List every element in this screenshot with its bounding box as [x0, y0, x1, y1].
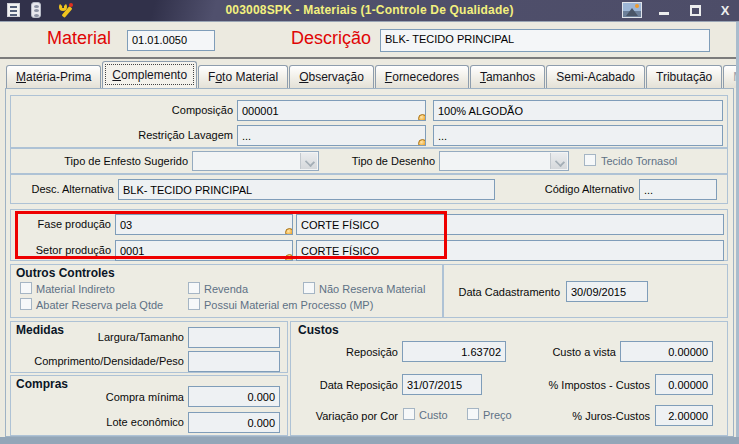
fase-producao-code-field[interactable]: 03 [115, 214, 293, 235]
variacao-preco-checkbox[interactable] [467, 408, 479, 420]
maximize-icon[interactable] [684, 2, 706, 19]
impostos-custos-field[interactable]: 0.00000 [655, 374, 713, 395]
material-indireto-checkbox[interactable] [20, 282, 32, 294]
tab-accesskey: M [16, 70, 26, 84]
minimize-icon[interactable] [653, 2, 675, 19]
desc-alternativa-label: Desc. Alternativa [15, 183, 114, 195]
variacao-custo-label: Custo [419, 409, 448, 421]
desc-alternativa-field[interactable]: BLK- TECIDO PRINCIPAL [118, 179, 495, 200]
tipo-enfesto-select[interactable] [192, 151, 319, 171]
tab-tamanhos[interactable]: Tamanhos [470, 65, 545, 88]
reposicao-label: Reposição [298, 346, 398, 358]
tab-foto-material[interactable]: Foto Material [198, 65, 288, 88]
tab-label: to Material [222, 70, 278, 84]
custos-title: Custos [298, 323, 339, 337]
compra-minima-label: Compra mínima [60, 391, 184, 403]
revenda-checkbox[interactable] [188, 282, 200, 294]
restricao-lavagem-desc-field[interactable]: ... [433, 125, 723, 146]
variacao-custo-checkbox[interactable] [403, 408, 415, 420]
tipo-desenho-select[interactable] [439, 151, 569, 171]
descricao-label: Descrição [291, 28, 371, 49]
tabstrip: Matéria-Prima Complemento Foto Material … [6, 61, 739, 88]
custo-a-vista-field[interactable]: 0.00000 [620, 341, 713, 362]
data-reposicao-field[interactable]: 31/07/2015 [402, 374, 482, 395]
possui-material-processo-label: Possui Material em Processo (MP) [204, 299, 373, 311]
abater-reserva-checkbox[interactable] [20, 298, 32, 310]
variacao-preco-label: Preço [483, 409, 512, 421]
titlebar: 003008SPK - Materiais (1-Controle De Qua… [0, 0, 739, 22]
tecido-tornasol-label: Tecido Tornasol [601, 155, 677, 167]
tab-semi-acabado[interactable]: Semi-Acabado [546, 65, 645, 88]
fase-producao-desc-field[interactable]: CORTE FÍSICO [296, 214, 724, 235]
juros-custos-field[interactable]: 2.00000 [655, 405, 713, 426]
custo-a-vista-label: Custo a vista [516, 346, 616, 358]
data-cadastramento-field[interactable]: 30/09/2015 [566, 281, 648, 302]
lote-economico-label: Lote econômico [60, 416, 184, 428]
tab-label: atéria-Prima [26, 70, 91, 84]
composicao-code-field[interactable]: 000001 [237, 100, 426, 121]
restricao-lavagem-label: Restrição Lavagem [33, 129, 233, 141]
setor-producao-desc-field[interactable]: CORTE FÍSICO [296, 240, 724, 261]
setor-producao-label: Setor produção [13, 244, 111, 256]
tab-label: Semi-Acabado [556, 70, 635, 84]
close-icon[interactable]: X [714, 2, 736, 19]
compras-title: Compras [16, 377, 68, 391]
tab-label: ornecedores [392, 70, 459, 84]
tab-label: bservação [308, 70, 363, 84]
codigo-alternativo-field[interactable]: ... [639, 179, 717, 200]
tecido-tornasol-checkbox[interactable] [584, 154, 596, 166]
tab-label: omplemento [121, 68, 187, 82]
chevron-down-icon[interactable] [550, 153, 567, 169]
codigo-alternativo-label: Código Alternativo [522, 183, 634, 195]
abater-reserva-label: Abater Reserva pela Qtde [36, 299, 163, 311]
window-bottom-edge [0, 437, 739, 444]
lote-economico-field[interactable]: 0.000 [188, 412, 280, 433]
tab-accesskey: C [112, 68, 121, 82]
tipo-desenho-label: Tipo de Desenho [345, 155, 435, 167]
image-icon[interactable] [622, 2, 642, 18]
possui-material-processo-checkbox[interactable] [188, 298, 200, 310]
impostos-custos-label: % Impostos - Custos [540, 379, 650, 391]
material-field[interactable]: 01.01.0050 [127, 30, 215, 51]
juros-custos-label: % Juros-Custos [545, 410, 650, 422]
nao-reserva-material-label: Não Reserva Material [319, 283, 425, 295]
nao-reserva-material-checkbox[interactable] [303, 282, 315, 294]
tipo-enfesto-label: Tipo de Enfesto Sugerido [8, 155, 188, 167]
medidas-title: Medidas [16, 323, 64, 337]
tab-materia-prima[interactable]: Matéria-Prima [6, 65, 101, 88]
largura-tamanho-label: Largura/Tamanho [60, 331, 184, 343]
composicao-label: Composição [63, 104, 233, 116]
chevron-down-icon[interactable] [300, 153, 317, 169]
header-band: Material 01.01.0050 Descrição BLK- TECID… [0, 22, 739, 59]
tab-label: Tributação [656, 70, 712, 84]
tab-tributacao[interactable]: Tributação [646, 65, 722, 88]
revenda-label: Revenda [204, 283, 248, 295]
data-cadastramento-label: Data Cadastramento [457, 286, 560, 298]
tab-label: amanhos [486, 70, 535, 84]
material-indireto-label: Material Indireto [36, 283, 115, 295]
restricao-lavagem-code-field[interactable]: ... [237, 125, 426, 146]
comprimento-densidade-peso-label: Comprimento/Densidade/Peso [16, 355, 184, 367]
variacao-por-cor-label: Variação por Cor [288, 410, 398, 422]
compra-minima-field[interactable]: 0.000 [188, 386, 280, 407]
tab-observacao[interactable]: Observação [289, 65, 374, 88]
tab-fornecedores[interactable]: Fornecedores [375, 65, 469, 88]
setor-producao-code-field[interactable]: 0001 [115, 240, 293, 261]
comprimento-densidade-peso-field[interactable] [188, 351, 280, 372]
reposicao-field[interactable]: 1.63702 [402, 341, 506, 362]
largura-tamanho-field[interactable] [188, 327, 280, 348]
material-label: Material [47, 28, 111, 49]
descricao-field[interactable]: BLK- TECIDO PRINCIPAL [380, 29, 710, 52]
app-window: 003008SPK - Materiais (1-Controle De Qua… [0, 0, 739, 444]
tab-complemento[interactable]: Complemento [102, 61, 197, 88]
composicao-desc-field[interactable]: 100% ALGODÃO [433, 100, 723, 121]
outros-controles-title: Outros Controles [16, 266, 115, 280]
fase-producao-label: Fase produção [13, 218, 111, 230]
data-reposicao-label: Data Reposição [288, 379, 398, 391]
